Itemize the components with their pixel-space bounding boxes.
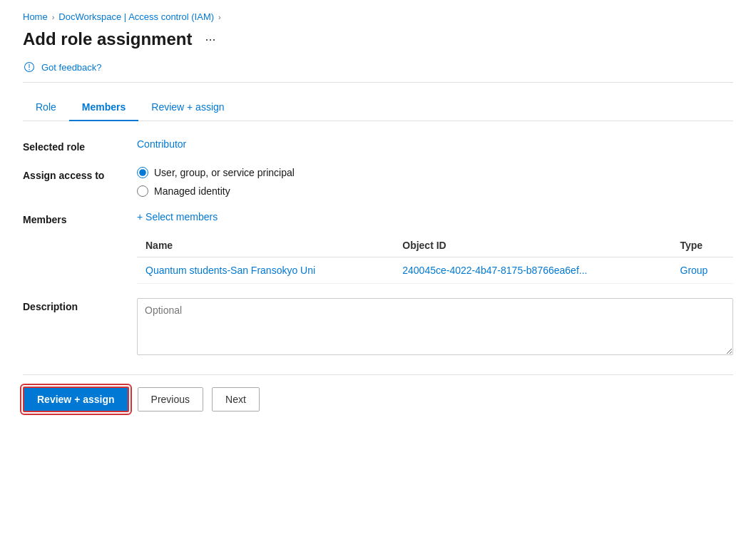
description-area [137, 298, 733, 357]
page-title-row: Add role assignment ··· [23, 29, 733, 49]
member-object-id: 240045ce-4022-4b47-8175-b8766ea6ef... [394, 257, 671, 284]
ellipsis-button[interactable]: ··· [200, 31, 220, 48]
member-type: Group [672, 257, 734, 284]
feedback-icon [23, 61, 36, 73]
breadcrumb-home[interactable]: Home [23, 11, 48, 22]
page-container: Home › DocWorkspace | Access control (IA… [0, 0, 756, 435]
select-members-link[interactable]: + Select members [137, 211, 733, 223]
radio-managed-identity-label: Managed identity [154, 185, 230, 197]
radio-managed-identity[interactable]: Managed identity [137, 185, 733, 197]
feedback-label: Got feedback? [41, 62, 102, 73]
radio-managed-identity-input[interactable] [137, 185, 148, 197]
col-name: Name [137, 234, 394, 257]
tab-review-assign[interactable]: Review + assign [138, 94, 237, 121]
feedback-row[interactable]: Got feedback? [23, 61, 733, 73]
breadcrumb-workspace[interactable]: DocWorkspace | Access control (IAM) [58, 11, 214, 22]
breadcrumb-chevron2: › [218, 13, 221, 21]
tab-role[interactable]: Role [23, 94, 69, 121]
page-title: Add role assignment [23, 29, 192, 49]
form-section: Selected role Contributor Assign access … [23, 138, 733, 357]
role-value-text: Contributor [137, 138, 186, 150]
col-type: Type [672, 234, 734, 257]
col-object-id: Object ID [394, 234, 671, 257]
selected-role-value: Contributor [137, 138, 733, 153]
members-table: Name Object ID Type Quantum students-San… [137, 234, 733, 284]
tabs: Role Members Review + assign [23, 94, 733, 121]
radio-user-group[interactable]: User, group, or service principal [137, 167, 733, 178]
radio-user-group-label: User, group, or service principal [154, 167, 295, 178]
member-name[interactable]: Quantum students-San Fransokyo Uni [137, 257, 394, 284]
footer-bar: Review + assign Previous Next [23, 374, 733, 424]
breadcrumb: Home › DocWorkspace | Access control (IA… [23, 11, 733, 22]
assign-access-options: User, group, or service principal Manage… [137, 167, 733, 197]
assign-access-label: Assign access to [23, 167, 137, 197]
radio-user-group-input[interactable] [137, 167, 148, 178]
previous-button[interactable]: Previous [138, 387, 203, 411]
selected-role-label: Selected role [23, 138, 137, 153]
breadcrumb-chevron1: › [52, 13, 55, 21]
divider [23, 82, 733, 83]
next-button[interactable]: Next [212, 387, 260, 411]
description-label: Description [23, 298, 137, 357]
review-assign-button[interactable]: Review + assign [23, 387, 129, 412]
table-header-row: Name Object ID Type [137, 234, 733, 257]
tab-members[interactable]: Members [69, 94, 138, 121]
members-label: Members [23, 211, 137, 284]
members-area: + Select members Name Object ID Type Qua… [137, 211, 733, 284]
table-row: Quantum students-San Fransokyo Uni 24004… [137, 257, 733, 284]
description-input[interactable] [137, 298, 733, 355]
